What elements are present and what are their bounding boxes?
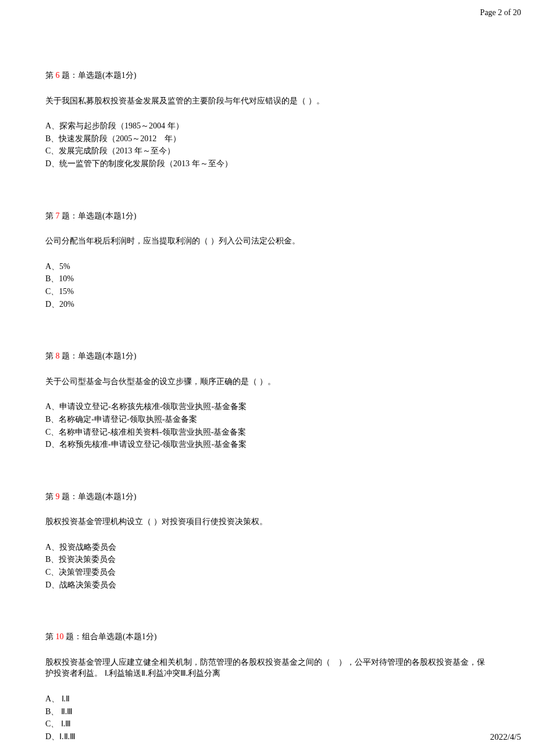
- question-prefix: 第: [45, 212, 56, 220]
- question-number: 7: [56, 212, 60, 220]
- page-date: 2022/4/5: [490, 732, 521, 741]
- option-a: A、5%: [45, 261, 490, 273]
- question-title: 第 8 题：单选题(本题1分): [45, 350, 490, 362]
- option-c: C、发展完成阶段（2013 年～至今）: [45, 145, 490, 157]
- question-suffix: 题：单选题(本题1分): [60, 352, 137, 360]
- question-title: 第 7 题：单选题(本题1分): [45, 210, 490, 222]
- question-suffix: 题：单选题(本题1分): [60, 212, 137, 220]
- option-d: D、Ⅰ.Ⅱ.Ⅲ: [45, 731, 490, 743]
- question-stem: 股权投资基金管理人应建立健全相关机制，防范管理的各股权投资基金之间的（ ），公平…: [45, 657, 490, 679]
- question-number: 6: [56, 71, 60, 80]
- option-d: D、20%: [45, 299, 490, 310]
- page-content: 第 6 题：单选题(本题1分) 关于我国私募股权投资基金发展及监管的主要阶段与年…: [0, 0, 535, 742]
- option-c: C、决策管理委员会: [45, 567, 490, 578]
- question-suffix: 题：单选题(本题1分): [60, 492, 137, 501]
- option-b: B、快速发展阶段（2005～2012 年）: [45, 133, 490, 145]
- option-a: A、 Ⅰ.Ⅱ: [45, 693, 490, 705]
- question-title: 第 9 题：单选题(本题1分): [45, 491, 490, 503]
- option-c: C、 Ⅰ.Ⅲ: [45, 718, 490, 730]
- page-footer: 2022/4/5: [490, 731, 521, 743]
- question-stem: 关于公司型基金与合伙型基金的设立步骤，顺序正确的是（ ）。: [45, 376, 490, 388]
- option-a: A、投资战略委员会: [45, 542, 490, 553]
- question-6: 第 6 题：单选题(本题1分) 关于我国私募股权投资基金发展及监管的主要阶段与年…: [45, 70, 490, 170]
- question-prefix: 第: [45, 71, 56, 80]
- option-d: D、统一监管下的制度化发展阶段（2013 年～至今）: [45, 158, 490, 170]
- page-number-info: Page 2 of 20: [480, 8, 521, 17]
- question-title: 第 6 题：单选题(本题1分): [45, 70, 490, 81]
- question-10: 第 10 题：组合单选题(本题1分) 股权投资基金管理人应建立健全相关机制，防范…: [45, 631, 490, 742]
- question-8: 第 8 题：单选题(本题1分) 关于公司型基金与合伙型基金的设立步骤，顺序正确的…: [45, 350, 490, 450]
- question-prefix: 第: [45, 632, 56, 641]
- question-options: A、申请设立登记-名称孩先核准-领取营业执照-基金备案 B、名称确定-申请登记-…: [45, 401, 490, 450]
- question-9: 第 9 题：单选题(本题1分) 股权投资基金管理机构设立（ ）对投资项目行使投资…: [45, 491, 490, 591]
- question-suffix: 题：组合单选题(本题1分): [64, 632, 157, 641]
- option-c: C、名称申请登记-核准相关资料-领取营业执照-基金备案: [45, 427, 490, 438]
- question-options: A、探索与起步阶段（1985～2004 年） B、快速发展阶段（2005～201…: [45, 120, 490, 169]
- question-options: A、5% B、10% C、15% D、20%: [45, 261, 490, 310]
- question-stem: 股权投资基金管理机构设立（ ）对投资项目行使投资决策权。: [45, 516, 490, 528]
- option-c: C、15%: [45, 286, 490, 298]
- option-b: B、投资决策委员会: [45, 554, 490, 565]
- option-b: B、名称确定-申请登记-领取执照-基金备案: [45, 414, 490, 425]
- question-options: A、 Ⅰ.Ⅱ B、 Ⅱ.Ⅲ C、 Ⅰ.Ⅲ D、Ⅰ.Ⅱ.Ⅲ: [45, 693, 490, 742]
- question-title: 第 10 题：组合单选题(本题1分): [45, 631, 490, 643]
- question-prefix: 第: [45, 492, 56, 501]
- question-number: 10: [56, 632, 64, 641]
- option-d: D、名称预先核准-申请设立登记-领取营业执照-基金备案: [45, 439, 490, 450]
- page-header: Page 2 of 20: [480, 7, 521, 19]
- option-b: B、10%: [45, 273, 490, 285]
- question-7: 第 7 题：单选题(本题1分) 公司分配当年税后利润时，应当提取利润的（ ）列入…: [45, 210, 490, 310]
- option-b: B、 Ⅱ.Ⅲ: [45, 706, 490, 718]
- question-prefix: 第: [45, 352, 56, 360]
- question-stem: 关于我国私募股权投资基金发展及监管的主要阶段与年代对应错误的是（ ）。: [45, 95, 490, 107]
- option-d: D、战略决策委员会: [45, 579, 490, 591]
- question-stem: 公司分配当年税后利润时，应当提取利润的（ ）列入公司法定公积金。: [45, 235, 490, 247]
- option-a: A、申请设立登记-名称孩先核准-领取营业执照-基金备案: [45, 401, 490, 413]
- option-a: A、探索与起步阶段（1985～2004 年）: [45, 120, 490, 132]
- question-options: A、投资战略委员会 B、投资决策委员会 C、决策管理委员会 D、战略决策委员会: [45, 542, 490, 590]
- question-number: 8: [56, 352, 60, 360]
- question-suffix: 题：单选题(本题1分): [60, 71, 137, 80]
- question-number: 9: [56, 492, 60, 501]
